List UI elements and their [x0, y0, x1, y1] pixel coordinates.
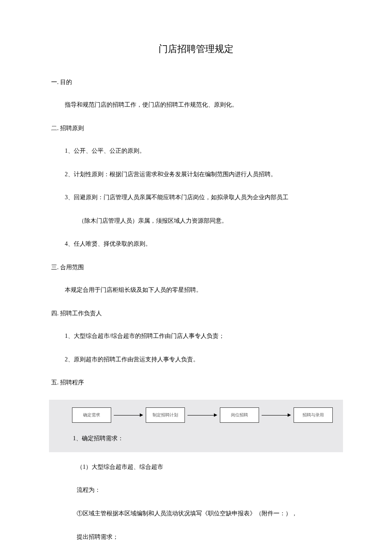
section-2-item-1: 1、公开、公平、公正的原则。 [65, 145, 341, 157]
section-4-heading: 四. 招聘工作负责人 [51, 308, 341, 319]
section-4-item-2: 2、原则超市的招聘工作由营运支持人事专人负责。 [65, 354, 341, 366]
document-title: 门店招聘管理规定 [51, 43, 341, 55]
section-5-sub-1: （1）大型综合超市超、综合超市 [77, 462, 341, 473]
section-5-heading: 五. 招聘程序 [51, 377, 341, 388]
arrow-icon [262, 413, 291, 417]
section-4-item-1: 1、大型综合超市/综合超市的招聘工作由门店人事专人负责； [65, 331, 341, 342]
section-2-item-3a: 3、回避原则：门店管理人员亲属不能应聘本门店岗位，如拟录取人员为企业内部员工 [65, 192, 341, 203]
section-5-sub-3: ①区域主管根据本区域编制和人员流动状况填写《职位空缺申报表》（附件一：）， [77, 508, 341, 520]
section-5-sub-2: 流程为： [77, 485, 341, 496]
arrow-icon [187, 413, 217, 417]
flow-box-2: 制定招聘计划 [146, 407, 185, 423]
section-2-item-3b: （除木门店管理人员）亲属，须报区域人力资源部同意。 [78, 215, 341, 227]
flow-box-4: 招聘与录用 [294, 407, 333, 423]
section-3-text: 本规定合用于门店柜组长级及如下人员的零星招聘。 [65, 285, 341, 296]
flow-diagram-region: 确定需求 制定招聘计划 岗位招聘 招聘与录用 1、确定招聘需求： [49, 400, 343, 452]
arrow-icon [114, 413, 143, 417]
section-2-item-4: 4、任人唯贤、择优录取的原则。 [65, 238, 341, 250]
section-1-text: 指导和规范门店的招聘工作，使门店的招聘工作规范化、原则化。 [65, 99, 341, 111]
flow-row: 确定需求 制定招聘计划 岗位招聘 招聘与录用 [72, 407, 333, 423]
document-page: 门店招聘管理规定 一. 目的 指导和规范门店的招聘工作，使门店的招聘工作规范化、… [0, 0, 392, 555]
section-1-heading: 一. 目的 [51, 77, 341, 87]
section-2-heading: 二. 招聘原则 [51, 123, 341, 134]
section-3-heading: 三. 合用范围 [51, 262, 341, 273]
flow-box-1: 确定需求 [72, 407, 111, 423]
section-5-step-1: 1、确定招聘需求： [73, 433, 333, 445]
flow-box-3: 岗位招聘 [220, 407, 259, 423]
section-2-item-2: 2、计划性原则：根据门店营运需求和业务发展计划在编制范围内进行人员招聘。 [65, 169, 341, 180]
section-5-sub-4: 提出招聘需求； [77, 532, 341, 543]
